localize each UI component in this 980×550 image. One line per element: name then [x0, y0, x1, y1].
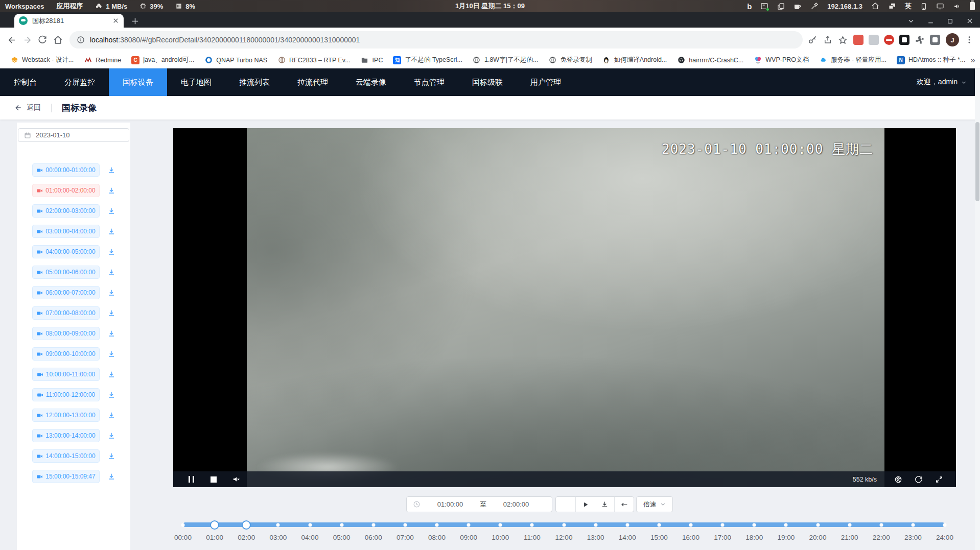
nav-item-8[interactable]: 国标级联 — [458, 68, 517, 96]
bookmark-item[interactable]: 免登录复制 — [543, 56, 597, 64]
snapshot-button[interactable] — [888, 475, 908, 484]
tab-search-chevron-icon[interactable] — [907, 17, 915, 25]
download-clip-button[interactable] — [107, 391, 115, 399]
browser-menu-icon[interactable] — [965, 35, 974, 44]
time-range-input[interactable]: 01:00:00 至 02:00:00 — [406, 496, 552, 512]
home-tray-icon[interactable] — [871, 2, 879, 10]
player-stop-button[interactable] — [202, 476, 225, 483]
profile-avatar[interactable]: J — [946, 33, 959, 46]
recording-chip[interactable]: 02:00:00-03:00:00 — [32, 204, 100, 218]
recording-chip[interactable]: 04:00:00-05:00:00 — [32, 245, 100, 258]
timeline-handle[interactable] — [210, 520, 219, 530]
workspace-switcher-icon[interactable] — [888, 2, 896, 10]
play-button[interactable] — [575, 497, 595, 512]
recording-chip[interactable]: 00:00:00-01:00:00 — [32, 163, 100, 177]
nav-item-4[interactable]: 推流列表 — [225, 68, 284, 96]
extension-puzzle-icon[interactable] — [915, 35, 925, 45]
browser-home-button[interactable] — [50, 35, 65, 45]
pause-button[interactable] — [556, 497, 575, 512]
color-picker-tray-icon[interactable] — [810, 2, 819, 10]
extension-panel-icon[interactable] — [930, 35, 940, 45]
clock[interactable]: 1月10日 星期二 15：09 — [455, 2, 525, 11]
recording-chip[interactable]: 05:00:00-06:00:00 — [32, 266, 100, 279]
window-maximize-icon[interactable] — [947, 18, 953, 25]
seek-back-button[interactable] — [614, 497, 634, 512]
address-input[interactable]: localhost:38080/#/gbRecordDetail/3402000… — [69, 31, 803, 49]
page-scrollbar-thumb[interactable] — [975, 122, 979, 201]
caffeine-tray-icon[interactable] — [794, 2, 802, 10]
fullscreen-button[interactable] — [929, 475, 949, 484]
volume-tray-icon[interactable] — [953, 3, 961, 10]
browser-reload-button[interactable] — [35, 35, 50, 44]
player-refresh-button[interactable] — [908, 475, 929, 484]
recording-chip[interactable]: 14:00:00-15:00:00 — [32, 449, 100, 463]
bookmark-item[interactable]: Webstack - 设计... — [5, 56, 79, 64]
nav-item-6[interactable]: 云端录像 — [342, 68, 400, 96]
bookmark-item[interactable]: hairrrrr/C-CrashC... — [672, 56, 749, 64]
player-mute-button[interactable] — [225, 475, 247, 484]
applications-button[interactable]: 应用程序 — [56, 2, 83, 11]
browser-tab[interactable]: 国标28181 — [14, 14, 124, 28]
recording-chip[interactable]: 13:00:00-14:00:00 — [32, 429, 100, 442]
share-icon[interactable] — [823, 35, 832, 44]
recording-chip[interactable]: 01:00:00-02:00:00 — [32, 184, 100, 197]
site-info-icon[interactable] — [77, 36, 85, 44]
recording-chip[interactable]: 07:00:00-08:00:00 — [32, 306, 100, 320]
display-tray-icon[interactable] — [936, 3, 944, 10]
download-clip-button[interactable] — [107, 350, 115, 358]
battery-indicator[interactable] — [970, 2, 975, 10]
browser-back-button[interactable] — [4, 35, 19, 45]
bookmark-star-icon[interactable] — [838, 35, 848, 45]
playback-speed-dropdown[interactable]: 倍速 — [636, 496, 673, 512]
bookmark-item[interactable]: NHDAtmos :: 种子 *... — [892, 56, 970, 64]
recording-chip[interactable]: 09:00:00-10:00:00 — [32, 347, 100, 361]
nav-item-7[interactable]: 节点管理 — [400, 68, 458, 96]
window-minimize-icon[interactable] — [927, 18, 934, 25]
extension-js-icon[interactable] — [853, 35, 864, 45]
bookmark-item[interactable]: Cjava、android可... — [126, 56, 199, 64]
input-language-indicator[interactable]: 英 — [905, 2, 912, 11]
nav-item-0[interactable]: 控制台 — [0, 68, 51, 96]
phone-tray-icon[interactable] — [920, 3, 927, 10]
user-menu[interactable]: 欢迎，admin — [917, 78, 980, 87]
back-button[interactable]: 返回 — [14, 103, 41, 112]
page-scrollbar[interactable] — [975, 68, 980, 550]
clipboard-tray-icon[interactable] — [777, 3, 785, 10]
download-clip-button[interactable] — [107, 186, 115, 195]
bookmark-item[interactable]: 服务器 - 轻量应用... — [814, 56, 892, 64]
download-clip-button[interactable] — [107, 166, 115, 174]
bookmark-item[interactable]: 知了不起的 TypeScri... — [388, 56, 468, 64]
nav-item-3[interactable]: 电子地图 — [167, 68, 225, 96]
download-clip-button[interactable] — [107, 227, 115, 235]
download-clip-button[interactable] — [107, 329, 115, 338]
new-tab-button[interactable] — [131, 17, 139, 26]
download-clip-button[interactable] — [107, 289, 115, 297]
download-clip-button[interactable] — [107, 248, 115, 256]
nav-item-5[interactable]: 拉流代理 — [284, 68, 342, 96]
extension-doc-icon[interactable] — [869, 35, 879, 45]
download-clip-button[interactable] — [107, 207, 115, 215]
bookmark-item[interactable]: WVP-PRO文档 — [749, 56, 814, 64]
timeline-handle[interactable] — [242, 520, 251, 530]
player-pause-button[interactable] — [180, 476, 202, 483]
screenshot-tray-icon[interactable] — [760, 2, 768, 10]
bookmarks-overflow-chevron[interactable]: » — [970, 55, 980, 65]
recording-chip[interactable]: 03:00:00-04:00:00 — [32, 225, 100, 238]
bookmark-item[interactable]: 如何编译Android... — [597, 56, 672, 64]
range-start-time[interactable]: 01:00:00 — [421, 500, 480, 508]
bookmark-item[interactable]: RFC2833 – RTP Ev... — [272, 56, 356, 64]
recording-chip[interactable]: 11:00:00-12:00:00 — [32, 388, 100, 401]
extension-blocker-icon[interactable] — [884, 35, 894, 45]
download-clip-button[interactable] — [107, 268, 115, 276]
ip-address-indicator[interactable]: 192.168.1.3 — [827, 3, 862, 10]
video-player[interactable]: 2023-01-10 01:00:00 星期二 552 kb/s — [173, 128, 956, 487]
bookmark-item[interactable]: Redmine — [79, 56, 126, 64]
workspaces-button[interactable]: Workspaces — [5, 3, 44, 10]
window-close-icon[interactable] — [966, 17, 973, 25]
nav-item-1[interactable]: 分屏监控 — [51, 68, 109, 96]
recording-chip[interactable]: 15:00:00-15:09:47 — [32, 470, 100, 483]
recording-chip[interactable]: 08:00:00-09:00:00 — [32, 327, 100, 340]
timeline-track[interactable] — [183, 522, 945, 527]
bookmark-item[interactable]: QNAP Turbo NAS — [199, 56, 272, 64]
download-recording-button[interactable] — [595, 497, 614, 512]
